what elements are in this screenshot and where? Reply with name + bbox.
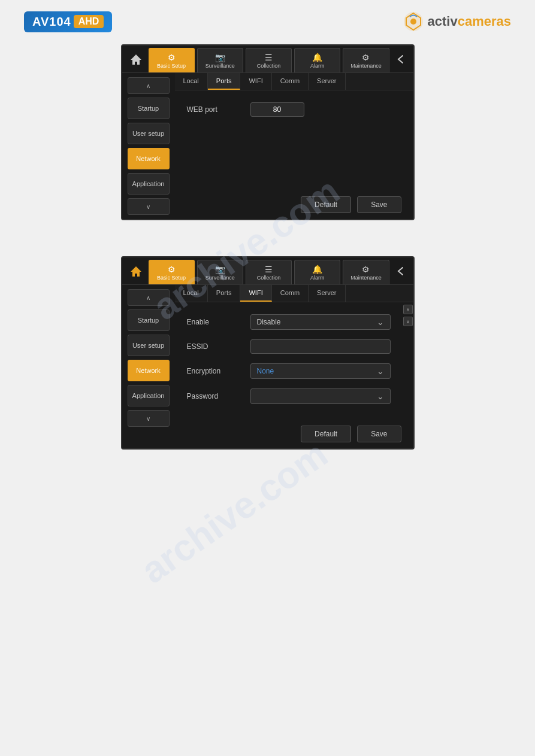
nav-tab-surveillance-2[interactable]: 📷 Surveillance	[197, 260, 243, 284]
sidebar-scroll-up-1[interactable]: ∧	[128, 77, 170, 94]
sidebar-item-startup-1[interactable]: Startup	[128, 98, 170, 119]
sub-tabs-area-1: Local Ports WIFI Comm Server	[175, 73, 413, 219]
home-button-1[interactable]	[125, 48, 147, 71]
enable-value: Disable	[257, 318, 281, 326]
home-icon-2	[129, 265, 143, 278]
sidebar-item-network-2[interactable]: Network	[128, 360, 170, 381]
save-button-2[interactable]: Save	[357, 426, 401, 442]
default-button-2[interactable]: Default	[301, 426, 351, 442]
alarm-label-2: Alarm	[310, 275, 325, 281]
sub-tab-comm-label-2: Comm	[280, 289, 300, 296]
sub-tab-wifi-2[interactable]: WIFI	[240, 285, 271, 302]
nav-tab-alarm-2[interactable]: 🔔 Alarm	[294, 260, 340, 284]
nav-tab-basic-setup-1[interactable]: ⚙ Basic Setup	[149, 48, 195, 72]
sub-tab-ports-2[interactable]: Ports	[208, 285, 241, 302]
essid-label: ESSID	[187, 342, 241, 351]
essid-input[interactable]	[250, 339, 391, 354]
sub-tab-ports-label-1: Ports	[216, 77, 232, 84]
essid-row: ESSID	[187, 339, 391, 354]
save-button-1[interactable]: Save	[357, 196, 401, 213]
alarm-icon-2: 🔔	[312, 265, 322, 274]
enable-label: Enable	[187, 318, 241, 326]
basic-setup-icon-1: ⚙	[168, 53, 176, 62]
sidebar-item-usersetup-1[interactable]: User setup	[128, 123, 170, 144]
nav-tab-collection-2[interactable]: ☰ Collection	[246, 260, 292, 284]
webport-label: WEB port	[187, 105, 241, 114]
nav-tab-basic-setup-2[interactable]: ⚙ Basic Setup	[149, 260, 195, 284]
maintenance-label-1: Maintenance	[350, 63, 382, 69]
sub-tab-server-2[interactable]: Server	[309, 285, 345, 302]
back-button-1[interactable]	[391, 49, 411, 69]
activ-text: activ	[428, 14, 458, 29]
panel-container: ⚙ Basic Setup 📷 Surveillance ☰ Collectio…	[0, 38, 535, 473]
sidebar-item-network-1[interactable]: Network	[128, 148, 170, 169]
encryption-label: Encryption	[187, 367, 241, 375]
home-button-2[interactable]	[125, 260, 147, 283]
sidebar-network-label-2: Network	[136, 367, 160, 374]
sub-tabs-1: Local Ports WIFI Comm Server	[175, 73, 413, 90]
webport-input[interactable]: 80	[250, 102, 304, 117]
back-button-2[interactable]	[391, 261, 411, 281]
sidebar-item-application-1[interactable]: Application	[128, 173, 170, 195]
encryption-select[interactable]: None ⌄	[250, 363, 391, 379]
password-label: Password	[187, 392, 241, 400]
encryption-row: Encryption None ⌄	[187, 363, 391, 379]
sidebar-application-label-2: Application	[132, 392, 165, 399]
activcameras-icon	[403, 11, 424, 32]
svg-marker-3	[131, 266, 141, 277]
logo-av104-text: AV104	[32, 15, 71, 29]
password-chevron-icon: ⌄	[377, 391, 384, 401]
surveillance-label-2: Surveillance	[205, 275, 235, 281]
bottom-btns-1: Default Save	[175, 190, 413, 219]
sub-tab-local-2[interactable]: Local	[175, 285, 208, 302]
nav-tab-collection-1[interactable]: ☰ Collection	[246, 48, 292, 72]
collection-icon-2: ☰	[265, 265, 273, 274]
sub-tab-wifi-label-2: WIFI	[249, 289, 262, 296]
svg-marker-2	[131, 54, 141, 65]
surveillance-icon-2: 📷	[215, 265, 225, 274]
sub-tab-wifi-1[interactable]: WIFI	[240, 73, 271, 90]
sub-tab-comm-label-1: Comm	[280, 77, 300, 84]
sidebar-item-startup-2[interactable]: Startup	[128, 309, 170, 331]
nav-tab-maintenance-2[interactable]: ⚙ Maintenance	[343, 260, 389, 284]
sidebar-scroll-up-2[interactable]: ∧	[128, 289, 170, 306]
svg-point-1	[410, 19, 416, 25]
sub-tabs-2: Local Ports WIFI Comm Server	[175, 285, 413, 302]
default-button-1[interactable]: Default	[301, 196, 351, 213]
sidebar-scroll-down-1[interactable]: ∨	[128, 198, 170, 215]
enable-row: Enable Disable ⌄	[187, 314, 391, 330]
activ-cameras-text: activcameras	[428, 14, 511, 29]
sub-tab-comm-1[interactable]: Comm	[272, 73, 309, 90]
nav-tab-alarm-1[interactable]: 🔔 Alarm	[294, 48, 340, 72]
enable-chevron-icon: ⌄	[377, 317, 384, 327]
alarm-icon-1: 🔔	[312, 53, 322, 62]
sub-tab-local-1[interactable]: Local	[175, 73, 208, 90]
basic-setup-icon-2: ⚙	[168, 265, 176, 274]
sidebar-item-usersetup-2[interactable]: User setup	[128, 335, 170, 356]
sub-tab-server-label-1: Server	[317, 77, 336, 84]
sidebar-scroll-down-2[interactable]: ∨	[128, 410, 170, 427]
webport-row: WEB port 80	[187, 102, 401, 117]
sub-tab-comm-2[interactable]: Comm	[272, 285, 309, 302]
sidebar-item-application-2[interactable]: Application	[128, 385, 170, 406]
back-icon-1	[394, 53, 407, 66]
sidebar-network-label-1: Network	[136, 155, 160, 162]
sub-tab-ports-1[interactable]: Ports	[208, 73, 241, 90]
header: AV104 AHD activcameras	[0, 0, 535, 38]
maintenance-label-2: Maintenance	[350, 275, 382, 281]
dvr-panel-2: ⚙ Basic Setup 📷 Surveillance ☰ Collectio…	[121, 256, 415, 450]
scroll-up-button-2[interactable]: ∧	[403, 305, 413, 314]
password-field[interactable]: ⌄	[250, 388, 391, 404]
nav-tab-surveillance-1[interactable]: 📷 Surveillance	[197, 48, 243, 72]
sub-tab-server-1[interactable]: Server	[309, 73, 345, 90]
sub-tab-ports-label-2: Ports	[216, 289, 232, 296]
main-content-2: Enable Disable ⌄ ESSID	[175, 302, 403, 420]
nav-tab-maintenance-1[interactable]: ⚙ Maintenance	[343, 48, 389, 72]
enable-select[interactable]: Disable ⌄	[250, 314, 391, 330]
main-content-1: WEB port 80	[175, 90, 413, 190]
nav-tabs-2: ⚙ Basic Setup 📷 Surveillance ☰ Collectio…	[147, 257, 391, 284]
top-nav-2: ⚙ Basic Setup 📷 Surveillance ☰ Collectio…	[122, 257, 413, 285]
scroll-down-button-2[interactable]: ∨	[403, 317, 413, 326]
logo-ahd-badge: AHD	[74, 15, 104, 28]
sub-tab-local-label-1: Local	[183, 77, 199, 84]
